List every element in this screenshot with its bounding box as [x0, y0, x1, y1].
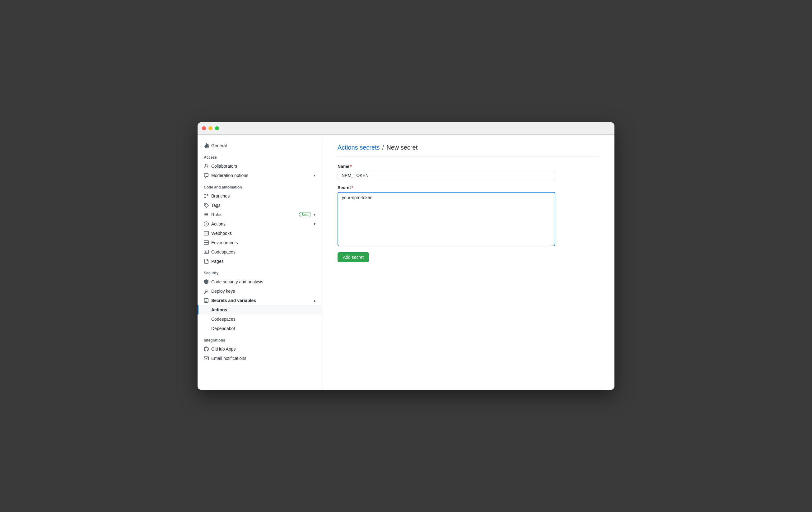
sidebar: General Access Collaborators Moderat: [198, 135, 322, 390]
secrets-variables-label: Secrets and variables: [211, 298, 311, 303]
collaborators-label: Collaborators: [211, 163, 316, 169]
traffic-lights: [202, 126, 219, 130]
tags-label: Tags: [211, 203, 316, 208]
pages-icon: [204, 259, 209, 264]
key-icon: [204, 289, 209, 294]
page-header: Actions secrets / New secret: [338, 144, 599, 156]
secret-textarea[interactable]: your-npm-token: [338, 192, 555, 246]
moderation-chevron: ▾: [314, 173, 316, 178]
server-icon: [204, 240, 209, 245]
sidebar-item-dependabot-sub[interactable]: Dependabot: [198, 324, 322, 333]
environments-label: Environments: [211, 240, 316, 245]
deploy-keys-label: Deploy keys: [211, 289, 316, 294]
sidebar-item-github-apps[interactable]: GitHub Apps: [198, 344, 322, 354]
maximize-button[interactable]: [215, 126, 219, 130]
email-notifications-label: Email notifications: [211, 356, 316, 361]
integrations-section-label: Integrations: [198, 333, 322, 344]
sidebar-item-webhooks[interactable]: Webhooks: [198, 229, 322, 238]
comment-icon: [204, 173, 209, 178]
name-input[interactable]: [338, 171, 555, 180]
webhook-icon: [204, 231, 209, 236]
mail-icon: [204, 356, 209, 361]
code-automation-label: Code and automation: [198, 180, 322, 191]
add-secret-button[interactable]: Add secret: [338, 252, 369, 262]
name-group: Name*: [338, 164, 555, 180]
sidebar-item-codespaces-sub[interactable]: Codespaces: [198, 314, 322, 324]
beta-badge: Beta: [299, 212, 311, 217]
shield-icon: [204, 279, 209, 284]
sidebar-item-branches[interactable]: Branches: [198, 191, 322, 201]
codespaces-sub-label: Codespaces: [211, 317, 316, 322]
person-icon: [204, 163, 209, 169]
security-section-label: Security: [198, 266, 322, 277]
main-content: Actions secrets / New secret Name* Secre…: [322, 135, 614, 390]
sidebar-general-label: General: [211, 143, 316, 148]
actions-chevron: ▾: [314, 222, 316, 226]
sidebar-item-tags[interactable]: Tags: [198, 201, 322, 210]
sidebar-item-pages[interactable]: Pages: [198, 257, 322, 266]
play-icon: [204, 221, 209, 227]
sidebar-item-deploy-keys[interactable]: Deploy keys: [198, 287, 322, 296]
close-button[interactable]: [202, 126, 206, 130]
branch-icon: [204, 193, 209, 199]
secrets-chevron: ▴: [314, 298, 316, 303]
gear-icon: [204, 143, 209, 148]
secret-group: Secret* your-npm-token: [338, 185, 555, 247]
breadcrumb-separator: /: [382, 144, 384, 151]
sidebar-item-codespaces[interactable]: Codespaces: [198, 247, 322, 257]
secret-label: Secret*: [338, 185, 555, 190]
access-section-label: Access: [198, 150, 322, 161]
codespaces-label: Codespaces: [211, 249, 316, 254]
code-security-label: Code security and analysis: [211, 279, 316, 284]
minimize-button[interactable]: [208, 126, 212, 130]
dependabot-sub-label: Dependabot: [211, 326, 316, 331]
sidebar-item-rules[interactable]: Rules Beta ▾: [198, 210, 322, 219]
codespace-icon: [204, 249, 209, 254]
actions-sub-label: Actions: [211, 307, 316, 312]
github-icon: [204, 347, 209, 352]
branches-label: Branches: [211, 193, 316, 199]
moderation-label: Moderation options: [211, 173, 311, 178]
breadcrumb-link[interactable]: Actions secrets: [338, 144, 380, 151]
webhooks-label: Webhooks: [211, 231, 316, 236]
content-area: General Access Collaborators Moderat: [198, 135, 614, 390]
plus-square-icon: [204, 298, 209, 303]
rules-chevron: ▾: [314, 212, 316, 217]
sidebar-item-email-notifications[interactable]: Email notifications: [198, 354, 322, 363]
sidebar-item-collaborators[interactable]: Collaborators: [198, 161, 322, 171]
github-apps-label: GitHub Apps: [211, 347, 316, 352]
sidebar-item-environments[interactable]: Environments: [198, 238, 322, 247]
sidebar-item-secrets-variables[interactable]: Secrets and variables ▴: [198, 296, 322, 305]
new-secret-form: Name* Secret* your-npm-token Add secret: [338, 164, 555, 262]
list-icon: [204, 212, 209, 217]
page-title: New secret: [386, 144, 417, 151]
sidebar-item-general[interactable]: General: [198, 141, 322, 150]
actions-label: Actions: [211, 221, 311, 227]
sidebar-item-actions[interactable]: Actions ▾: [198, 219, 322, 229]
sidebar-item-moderation[interactable]: Moderation options ▾: [198, 171, 322, 180]
pages-label: Pages: [211, 259, 316, 264]
rules-label: Rules: [211, 212, 296, 217]
titlebar: [198, 122, 614, 135]
tag-icon: [204, 203, 209, 208]
app-window: General Access Collaborators Moderat: [198, 122, 614, 390]
sidebar-item-code-security[interactable]: Code security and analysis: [198, 277, 322, 287]
sidebar-item-actions-sub[interactable]: Actions: [198, 305, 322, 314]
name-label: Name*: [338, 164, 555, 169]
